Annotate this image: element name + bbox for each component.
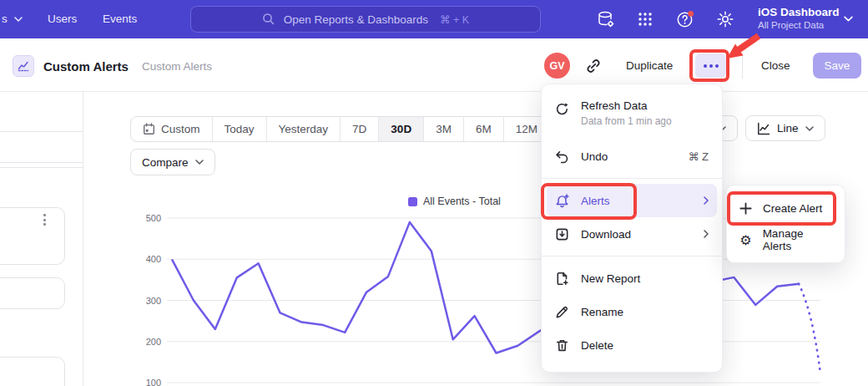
copy-link-icon[interactable] — [585, 58, 602, 74]
menu-item-delete[interactable]: Delete — [542, 328, 722, 362]
line-chart-icon — [757, 122, 770, 135]
date-range-3m[interactable]: 3M — [424, 117, 464, 141]
header-divider — [742, 53, 743, 79]
close-button[interactable]: Close — [761, 59, 790, 72]
menu-item-label: New Report — [581, 272, 640, 285]
sidebar-divider — [0, 167, 83, 168]
date-range-7d[interactable]: 7D — [341, 117, 379, 141]
legend-label: All Events - Total — [423, 196, 501, 207]
menu-item-refresh-data[interactable]: Refresh Data Data from 1 min ago — [542, 94, 722, 140]
app-window: s Users Events Open Reports & Dashboards… — [0, 0, 868, 386]
calendar-icon — [143, 123, 155, 135]
date-range-label: Custom — [161, 123, 200, 135]
search-placeholder: Open Reports & Dashboards — [284, 13, 428, 26]
date-range-30d[interactable]: 30D — [379, 117, 424, 141]
menu-item-label: Delete — [581, 339, 613, 352]
compare-label: Compare — [142, 156, 189, 169]
date-range-yesterday[interactable]: Yesterday — [267, 117, 341, 141]
nav-partial-label: s — [2, 13, 8, 25]
submenu-item-label: Create Alert — [763, 202, 822, 215]
global-search-input[interactable]: Open Reports & Dashboards ⌘ + K — [190, 6, 541, 33]
chevron-down-icon — [844, 16, 853, 22]
gear-icon[interactable] — [715, 9, 735, 29]
report-options-menu: Refresh Data Data from 1 min ago Undo ⌘ … — [541, 84, 723, 373]
chart-type-button[interactable]: Line — [745, 115, 825, 141]
chevron-right-icon — [704, 196, 709, 205]
menu-item-label: Rename — [581, 306, 623, 318]
svg-text:400: 400 — [146, 254, 161, 264]
menu-item-subtitle: Data from 1 min ago — [581, 115, 672, 127]
nav-item-users[interactable]: Users — [48, 13, 77, 25]
date-range-today[interactable]: Today — [213, 117, 267, 141]
menu-item-rename[interactable]: Rename — [542, 295, 722, 328]
date-range-6m[interactable]: 6M — [464, 117, 504, 141]
date-range-custom[interactable]: Custom — [131, 117, 213, 141]
bell-plus-icon — [555, 194, 569, 208]
sidebar-divider — [0, 162, 83, 163]
save-button[interactable]: Save — [813, 53, 861, 79]
chart-type-label: Line — [777, 122, 799, 135]
menu-item-label: Alerts — [581, 195, 610, 207]
menu-divider — [542, 256, 722, 256]
chevron-down-icon — [14, 17, 23, 22]
nav-item-boards-partial[interactable]: s — [2, 13, 23, 25]
top-navbar: s Users Events Open Reports & Dashboards… — [0, 0, 868, 38]
download-icon — [555, 227, 569, 241]
submenu-item-manage-alerts[interactable]: ⚙ Manage Alerts — [727, 224, 845, 256]
avatar[interactable]: GV — [544, 53, 570, 79]
pencil-icon — [555, 305, 569, 319]
search-shortcut: ⌘ + K — [440, 13, 469, 26]
menu-item-alerts[interactable]: Alerts — [547, 184, 717, 217]
kebab-menu-icon[interactable] — [43, 214, 46, 226]
compare-button[interactable]: Compare — [130, 149, 215, 175]
more-button[interactable] — [695, 53, 726, 78]
svg-text:300: 300 — [146, 296, 161, 306]
menu-item-label: Undo — [581, 150, 608, 163]
data-management-icon[interactable] — [596, 9, 616, 29]
plus-icon — [739, 201, 753, 216]
date-range-control: Custom Today Yesterday 7D 30D 3M 6M 12M — [130, 116, 550, 142]
menu-item-download[interactable]: Download — [542, 217, 722, 251]
refresh-icon — [555, 102, 569, 116]
shortcut-hint: ⌘ Z — [688, 150, 709, 163]
query-card[interactable] — [0, 277, 65, 309]
menu-item-label: Download — [581, 228, 631, 241]
duplicate-button[interactable]: Duplicate — [626, 59, 673, 72]
svg-text:500: 500 — [146, 213, 161, 223]
report-header: Custom Alerts Custom Alerts GV Duplicate… — [0, 38, 868, 92]
menu-item-new-report[interactable]: New Report — [542, 262, 722, 295]
query-builder-sidebar — [0, 92, 83, 386]
search-icon — [262, 13, 275, 26]
nav-item-events[interactable]: Events — [103, 13, 137, 25]
chart-legend[interactable]: All Events - Total — [408, 196, 501, 207]
alerts-submenu: Create Alert ⚙ Manage Alerts — [726, 185, 845, 263]
chevron-right-icon — [704, 230, 709, 238]
submenu-item-label: Manage Alerts — [763, 227, 833, 252]
chevron-down-icon — [805, 126, 814, 131]
undo-icon — [555, 150, 569, 164]
submenu-item-create-alert[interactable]: Create Alert — [727, 192, 845, 224]
gear-icon: ⚙ — [739, 233, 753, 247]
apps-grid-icon[interactable] — [635, 9, 655, 29]
menu-item-label: Refresh Data — [581, 99, 672, 112]
page-title: Custom Alerts — [43, 59, 129, 74]
menu-divider — [542, 178, 722, 179]
query-card[interactable] — [0, 357, 65, 386]
query-card[interactable] — [0, 207, 65, 265]
legend-swatch — [408, 197, 417, 206]
trash-icon — [555, 338, 569, 353]
menu-item-undo[interactable]: Undo ⌘ Z — [542, 140, 722, 173]
report-type-icon — [13, 55, 34, 77]
svg-text:100: 100 — [146, 378, 161, 386]
sidebar-divider — [0, 131, 83, 132]
breadcrumb: Custom Alerts — [142, 60, 212, 73]
file-plus-icon — [555, 272, 569, 286]
chevron-down-icon — [195, 160, 204, 165]
svg-text:200: 200 — [146, 337, 161, 347]
notification-dot — [688, 11, 694, 17]
help-icon[interactable] — [675, 9, 695, 29]
